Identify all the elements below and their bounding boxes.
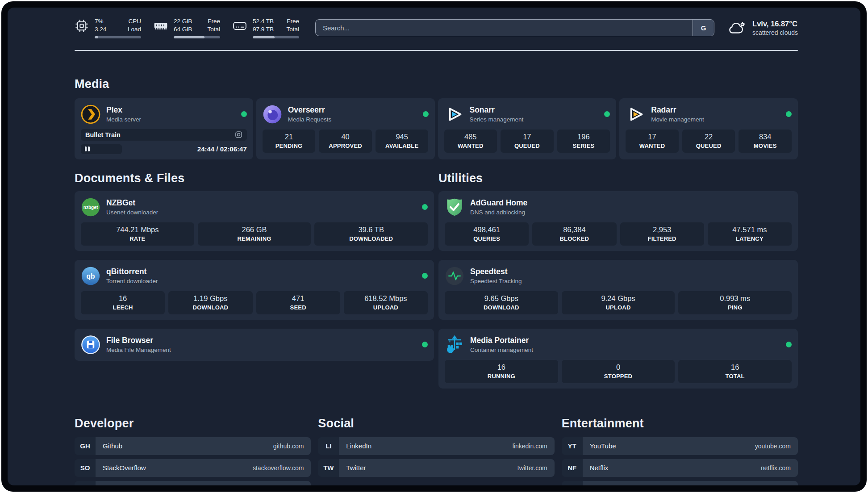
- stat-tile: 16 LEECH: [81, 291, 165, 314]
- plex-now-playing: Bullet Train: [81, 129, 247, 141]
- search-bar: G: [315, 19, 714, 36]
- plex-status-dot: [241, 111, 247, 117]
- weather-location: Lviv, 16.87°C: [752, 20, 798, 28]
- qbittorrent-subtitle: Torrent downloader: [106, 278, 158, 284]
- memory-stat: 22 GiB 64 GiB Free Total: [154, 17, 220, 38]
- plex-icon: [81, 104, 100, 124]
- bookmarks-social: Social LI LinkedIn linkedin.com TW Twitt…: [318, 416, 554, 485]
- bookmark-stackoverflow[interactable]: SO StackOverflow stackoverflow.com: [75, 459, 311, 477]
- documents-column: Documents & Files nzbget NZBGet Usenet d…: [75, 171, 434, 389]
- radarr-title: Radarr: [651, 105, 704, 115]
- section-heading-social: Social: [318, 416, 554, 430]
- card-plex[interactable]: Plex Media server Bullet Train 24:44 / 0: [75, 98, 253, 159]
- pause-icon: [85, 146, 87, 151]
- cpu-chip-icon: [75, 19, 89, 33]
- stat-tile: 0.993 ms PING: [678, 291, 792, 314]
- disk-stat: 52.4 TB 97.9 TB Free Total: [233, 17, 299, 38]
- card-adguard[interactable]: AdGuard Home DNS and adblocking 498,461 …: [438, 191, 798, 251]
- stat-tile: 9.24 Gbps UPLOAD: [562, 291, 675, 314]
- bookmark-linkedin[interactable]: LI LinkedIn linkedin.com: [318, 437, 554, 455]
- memory-free: 22 GiB: [174, 17, 192, 25]
- bookmark-dev[interactable]: DT DEV dev.to: [75, 481, 311, 485]
- disk-icon: [233, 19, 247, 33]
- section-heading-developer: Developer: [75, 416, 311, 430]
- card-speedtest[interactable]: Speedtest Speedtest Tracking 9.65 Gbps D…: [438, 260, 798, 320]
- disk-free: 52.4 TB: [253, 17, 274, 25]
- adguard-title: AdGuard Home: [470, 198, 527, 208]
- sonarr-title: Sonarr: [470, 105, 524, 115]
- cloud-icon: [727, 20, 747, 35]
- utilities-column: Utilities AdGuard Home DNS and adblockin…: [438, 171, 798, 389]
- cpu-load-label: Load: [128, 25, 141, 33]
- speedtest-subtitle: Speedtest Tracking: [470, 278, 522, 284]
- stat-tile: 17 WANTED: [626, 130, 679, 153]
- overseerr-icon: [263, 104, 282, 124]
- card-radarr[interactable]: Radarr Movie management 17 WANTED 22 QUE…: [619, 98, 798, 159]
- bookmark-netflix[interactable]: NF Netflix netflix.com: [562, 459, 798, 477]
- memory-progress-track: [174, 36, 220, 38]
- svg-text:qb: qb: [86, 272, 95, 280]
- portainer-subtitle: Container management: [470, 347, 533, 353]
- memory-free-label: Free: [207, 17, 220, 25]
- svg-text:nzbget: nzbget: [83, 205, 98, 209]
- card-sonarr[interactable]: Sonarr Series management 485 WANTED 17 Q…: [438, 98, 617, 159]
- header-divider: [75, 50, 798, 51]
- memory-icon: [154, 19, 168, 33]
- search-input[interactable]: [316, 20, 693, 36]
- stat-tile: 266 GB REMAINING: [198, 222, 311, 246]
- stat-tile: 618.52 Mbps UPLOAD: [344, 291, 428, 314]
- card-filebrowser[interactable]: File Browser Media File Management: [75, 329, 434, 361]
- stat-tile: 22 QUEUED: [682, 130, 735, 153]
- disk-total-label: Total: [286, 25, 299, 33]
- stat-tile: 39.6 TB DOWNLOADED: [314, 222, 428, 246]
- portainer-status-dot: [786, 342, 792, 347]
- nzbget-icon: nzbget: [81, 197, 100, 217]
- nzbget-status-dot: [422, 204, 428, 210]
- card-qbittorrent[interactable]: qb qBittorrent Torrent downloader 16 LEE…: [75, 260, 434, 320]
- bookmark-twitter[interactable]: TW Twitter twitter.com: [318, 459, 554, 477]
- cpu-percent: 7%: [95, 17, 106, 25]
- qbittorrent-status-dot: [422, 273, 428, 279]
- memory-total: 64 GiB: [174, 25, 192, 33]
- filebrowser-icon: [81, 335, 100, 355]
- session-icon: [235, 131, 242, 138]
- qbittorrent-title: qBittorrent: [106, 267, 158, 276]
- portainer-title: Media Portainer: [470, 336, 533, 345]
- adguard-icon: [445, 197, 464, 217]
- media-grid: Plex Media server Bullet Train 24:44 / 0: [75, 98, 798, 159]
- card-overseerr[interactable]: Overseerr Media Requests 21 PENDING 40 A…: [256, 98, 435, 159]
- portainer-icon: [445, 335, 464, 355]
- bookmark-github[interactable]: GH Github github.com: [75, 437, 311, 455]
- filebrowser-title: File Browser: [106, 336, 171, 345]
- search-engine-button[interactable]: G: [693, 20, 714, 36]
- overseerr-status-dot: [423, 111, 429, 117]
- overseerr-subtitle: Media Requests: [288, 116, 332, 123]
- section-heading-utilities: Utilities: [438, 171, 798, 185]
- bookmark-reddit[interactable]: RE Reddit reddit.com: [562, 481, 798, 485]
- section-heading-documents: Documents & Files: [75, 171, 434, 185]
- cpu-load: 3.24: [95, 25, 106, 33]
- card-portainer[interactable]: Media Portainer Container management 16 …: [438, 329, 798, 389]
- stat-tile: 0 STOPPED: [562, 360, 675, 383]
- stat-tile: 16 TOTAL: [678, 360, 792, 383]
- stat-tile: 1.19 Gbps DOWNLOAD: [168, 291, 252, 314]
- stat-tile: 2,953 FILTERED: [620, 222, 704, 246]
- weather-condition: scattered clouds: [752, 29, 798, 36]
- adguard-subtitle: DNS and adblocking: [470, 209, 527, 216]
- disk-progress-fill: [253, 36, 275, 38]
- cpu-label: CPU: [128, 17, 141, 25]
- section-heading-entertainment: Entertainment: [562, 416, 798, 430]
- plex-subtitle: Media server: [106, 116, 141, 123]
- bookmark-youtube[interactable]: YT YouTube youtube.com: [562, 437, 798, 455]
- disk-progress-track: [253, 36, 299, 38]
- nzbget-title: NZBGet: [106, 198, 158, 208]
- cpu-progress-track: [95, 36, 141, 38]
- card-nzbget[interactable]: nzbget NZBGet Usenet downloader 744.21 M…: [75, 191, 434, 251]
- filebrowser-subtitle: Media File Management: [106, 347, 171, 353]
- stat-tile: 17 QUEUED: [501, 130, 554, 153]
- memory-total-label: Total: [207, 25, 220, 33]
- radarr-status-dot: [786, 111, 792, 117]
- dashboard: 7% 3.24 CPU Load: [8, 8, 860, 485]
- stat-tile: 9.65 Gbps DOWNLOAD: [445, 291, 558, 314]
- nzbget-subtitle: Usenet downloader: [106, 209, 158, 216]
